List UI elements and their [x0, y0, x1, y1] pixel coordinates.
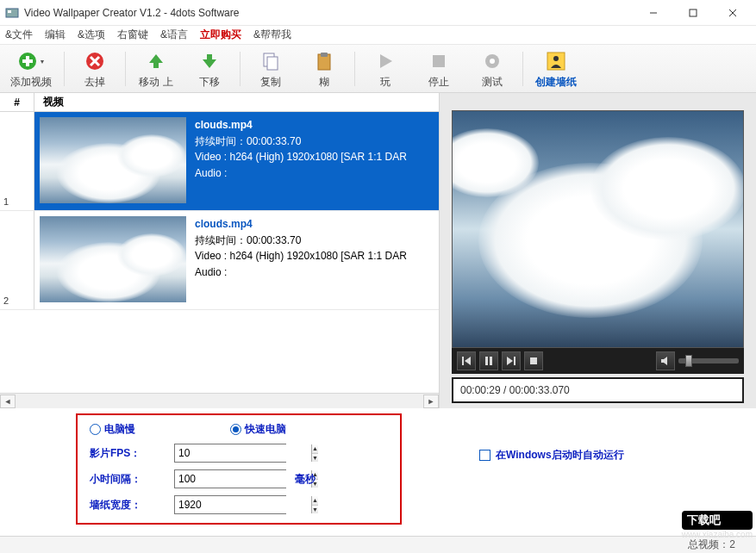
svg-marker-31 — [661, 357, 667, 365]
video-audio: Audio : — [195, 165, 434, 182]
svg-rect-3 — [690, 9, 697, 16]
menu-help[interactable]: &帮帮我 — [253, 28, 291, 42]
video-list: # 视频 1 clouds.mp4 持续时间：00:00:33.70 Video… — [0, 93, 440, 408]
delete-icon — [77, 49, 113, 73]
svg-marker-25 — [465, 357, 471, 365]
video-thumbnail — [40, 216, 186, 302]
svg-rect-27 — [490, 357, 492, 365]
spin-up-button[interactable]: ▲ — [312, 496, 318, 506]
create-wallpaper-button[interactable]: 创建墙纸 — [527, 46, 585, 91]
video-name: clouds.mp4 — [195, 216, 434, 233]
slow-pc-radio[interactable]: 电脑慢 — [90, 422, 135, 437]
move-up-button[interactable]: 移动 上 — [129, 46, 183, 91]
move-down-button[interactable]: 下移 — [183, 46, 236, 91]
row-index: 2 — [0, 211, 34, 309]
svg-rect-15 — [267, 57, 278, 70]
column-video[interactable]: 视频 — [34, 93, 439, 111]
list-item[interactable]: 2 clouds.mp4 持续时间：00:00:33.70 Video : h2… — [0, 211, 439, 310]
maximize-button[interactable] — [673, 0, 713, 26]
interval-label: 小时间隔： — [90, 472, 174, 487]
svg-marker-12 — [149, 54, 163, 68]
interval-unit: 毫秒 — [295, 472, 316, 487]
statusbar: 总视频：2 — [0, 536, 756, 553]
video-name: clouds.mp4 — [195, 117, 434, 134]
play-button[interactable]: 玩 — [359, 46, 412, 91]
arrow-up-icon — [138, 49, 174, 73]
svg-rect-26 — [485, 357, 488, 365]
window-title: Video Wallpaper Creator V1.2 - 4dots Sof… — [24, 7, 634, 19]
volume-slider[interactable] — [678, 358, 739, 363]
svg-rect-29 — [514, 357, 515, 365]
svg-marker-28 — [507, 357, 513, 365]
fps-spinner[interactable]: ▲▼ — [174, 444, 286, 463]
time-display: 00:00:29 / 00:00:33.070 — [452, 377, 744, 403]
add-video-button[interactable]: ▼ 添加视频 — [2, 46, 60, 91]
titlebar: Video Wallpaper Creator V1.2 - 4dots Sof… — [0, 0, 756, 26]
svg-rect-24 — [462, 357, 464, 365]
player-controls — [452, 348, 744, 374]
video-audio: Audio : — [195, 264, 434, 281]
svg-rect-1 — [8, 10, 11, 13]
player-prev-button[interactable] — [457, 351, 476, 370]
settings-panel: 电脑慢 快速电脑 影片FPS： ▲▼ 小时间隔： ▲▼ 毫秒 墙纸宽度： — [76, 413, 402, 525]
close-button[interactable] — [713, 0, 753, 26]
copy-button[interactable]: 复制 — [244, 46, 297, 91]
horizontal-scrollbar[interactable]: ◄ ► — [0, 393, 439, 408]
watermark: 下载吧 www.xiazaiba.com — [682, 511, 753, 539]
fps-label: 影片FPS： — [90, 446, 174, 461]
video-codec: Video : h264 (High) 1920x1080 [SAR 1:1 D… — [195, 248, 434, 264]
volume-icon[interactable] — [656, 351, 675, 370]
video-duration: 持续时间：00:00:33.70 — [195, 134, 434, 150]
arrow-down-icon — [191, 49, 228, 73]
column-index[interactable]: # — [0, 93, 34, 111]
autorun-checkbox[interactable]: 在Windows启动时自动运行 — [479, 448, 624, 463]
svg-rect-8 — [22, 59, 33, 63]
total-videos: 总视频：2 — [688, 537, 735, 552]
width-input[interactable] — [175, 496, 311, 513]
scroll-right-button[interactable]: ► — [423, 395, 439, 408]
menu-file[interactable]: &文件 — [5, 28, 33, 42]
width-spinner[interactable]: ▲▼ — [174, 495, 286, 514]
spin-down-button[interactable]: ▼ — [312, 506, 318, 514]
video-thumbnail — [40, 117, 186, 203]
width-label: 墙纸宽度： — [90, 498, 174, 513]
menu-rightkey[interactable]: 右窗键 — [117, 28, 148, 42]
menu-edit[interactable]: 编辑 — [45, 28, 66, 42]
svg-rect-19 — [433, 55, 445, 67]
svg-rect-30 — [530, 357, 537, 364]
spin-down-button[interactable]: ▼ — [312, 454, 318, 463]
fps-input[interactable] — [175, 444, 311, 462]
menu-options[interactable]: &选项 — [78, 28, 105, 42]
toolbar: ▼ 添加视频 去掉 移动 上 下移 复制 糊 玩 停止 测试 创建墙纸 — [0, 45, 756, 93]
svg-marker-18 — [380, 54, 392, 68]
interval-spinner[interactable]: ▲▼ — [174, 469, 286, 488]
video-duration: 持续时间：00:00:33.70 — [195, 233, 434, 249]
remove-button[interactable]: 去掉 — [68, 46, 122, 91]
video-codec: Video : h264 (High) 1920x1080 [SAR 1:1 D… — [195, 149, 434, 165]
player-pause-button[interactable] — [479, 351, 498, 370]
row-index: 1 — [0, 112, 34, 210]
player-next-button[interactable] — [502, 351, 521, 370]
interval-input[interactable] — [175, 470, 311, 488]
svg-point-23 — [553, 56, 559, 61]
scroll-left-button[interactable]: ◄ — [0, 395, 16, 408]
player-stop-button[interactable] — [524, 351, 543, 370]
app-icon — [5, 6, 19, 20]
copy-icon — [253, 49, 289, 73]
paste-button[interactable]: 糊 — [297, 46, 351, 91]
list-header: # 视频 — [0, 93, 439, 112]
play-icon — [367, 49, 403, 73]
minimize-button[interactable] — [634, 0, 673, 26]
stop-icon — [421, 49, 457, 73]
stop-button[interactable]: 停止 — [412, 46, 465, 91]
radio-icon — [90, 424, 101, 435]
fast-pc-radio[interactable]: 快速电脑 — [230, 422, 286, 437]
paste-icon — [306, 49, 342, 73]
checkbox-icon — [479, 450, 490, 461]
svg-marker-13 — [203, 54, 216, 68]
test-button[interactable]: 测试 — [465, 46, 519, 91]
menu-language[interactable]: &语言 — [160, 28, 188, 42]
list-item[interactable]: 1 clouds.mp4 持续时间：00:00:33.70 Video : h2… — [0, 112, 439, 211]
menu-buy-now[interactable]: 立即购买 — [200, 28, 241, 42]
spin-up-button[interactable]: ▲ — [312, 444, 318, 454]
